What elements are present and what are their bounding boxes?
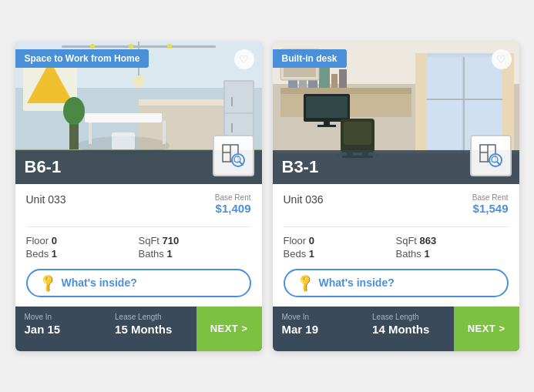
details-grid-2: Floor 0 SqFt 863 Beds 1 Baths 1 xyxy=(284,235,509,260)
next-button-2[interactable]: NEXT > xyxy=(454,307,519,351)
heart-icon-1[interactable]: ♡ xyxy=(234,49,254,69)
footer-info-2: Move In Mar 19 Lease Length 14 Months xyxy=(273,307,454,351)
svg-rect-9 xyxy=(89,121,92,144)
move-in-label-2: Move In xyxy=(282,313,354,321)
base-rent-label-2: Base Rent xyxy=(472,193,509,202)
floor-label-1: Floor xyxy=(26,235,49,246)
unit-label-1: Unit 033 xyxy=(26,193,66,206)
move-in-cell-1: Move In Jan 15 xyxy=(15,307,106,351)
svg-rect-18 xyxy=(225,82,253,112)
beds-label-2: Beds xyxy=(284,248,307,260)
floor-item-1: Floor 0 xyxy=(26,235,139,246)
beds-item-1: Beds 1 xyxy=(26,248,139,260)
lease-length-label-2: Lease Length xyxy=(372,313,445,321)
sqft-item-2: SqFt 863 xyxy=(396,235,509,246)
lease-length-cell-1: Lease Length 15 Months xyxy=(106,307,196,351)
floorplan-icon-2[interactable] xyxy=(470,135,512,176)
svg-rect-37 xyxy=(423,57,462,149)
tag-badge-2: Built-in desk xyxy=(273,49,347,68)
svg-point-16 xyxy=(133,75,145,88)
separator-1 xyxy=(26,226,251,227)
unit-rent-row-2: Unit 036 Base Rent $1,549 xyxy=(284,193,509,216)
card-body-1: Unit 033 Base Rent $1,409 Floor 0 SqFt 7… xyxy=(15,184,262,307)
svg-rect-21 xyxy=(231,123,233,132)
baths-value-1: 1 xyxy=(166,248,172,260)
unit-label-2: Unit 036 xyxy=(284,193,324,206)
key-icon-2: 🔑 xyxy=(294,272,316,293)
move-in-label-1: Move In xyxy=(25,313,97,321)
svg-rect-41 xyxy=(415,53,427,153)
baths-value-2: 1 xyxy=(424,248,429,260)
card-image-wrapper-1: Space to Work from Home ♡ B6-1 xyxy=(15,42,262,184)
whats-inside-label-2: What's inside? xyxy=(319,276,395,289)
apartment-card-2: Built-in desk ♡ B3-1 Unit 036 Base Rent xyxy=(273,42,519,351)
lease-length-value-1: 15 Months xyxy=(115,323,172,336)
floor-value-1: 0 xyxy=(52,235,57,246)
next-button-1[interactable]: NEXT > xyxy=(196,307,262,351)
beds-value-1: 1 xyxy=(52,248,57,260)
lease-length-cell-2: Lease Length 14 Months xyxy=(363,307,454,351)
rent-block-1: Base Rent $1,409 xyxy=(215,193,251,216)
floorplan-icon-1[interactable] xyxy=(213,135,254,176)
card-body-2: Unit 036 Base Rent $1,549 Floor 0 SqFt 8… xyxy=(273,184,519,307)
whats-inside-button-2[interactable]: 🔑 What's inside? xyxy=(284,269,509,297)
floor-label-2: Floor xyxy=(284,235,307,246)
svg-point-23 xyxy=(90,44,95,49)
svg-rect-48 xyxy=(319,68,330,88)
move-in-cell-2: Move In Mar 19 xyxy=(273,307,364,351)
sqft-item-1: SqFt 710 xyxy=(139,235,251,246)
svg-point-25 xyxy=(167,44,172,49)
details-grid-1: Floor 0 SqFt 710 Beds 1 Baths 1 xyxy=(26,235,251,260)
svg-rect-50 xyxy=(339,69,347,88)
svg-rect-20 xyxy=(231,97,233,106)
card-footer-2: Move In Mar 19 Lease Length 14 Months NE… xyxy=(273,307,519,351)
apartment-card-1: Space to Work from Home ♡ B6-1 Unit 033 xyxy=(15,42,262,351)
cards-container: Space to Work from Home ♡ B6-1 Unit 033 xyxy=(8,34,527,359)
svg-rect-54 xyxy=(317,125,336,127)
card-footer-1: Move In Jan 15 Lease Length 15 Months NE… xyxy=(15,307,262,351)
card-image-wrapper-2: Built-in desk ♡ B3-1 xyxy=(273,42,519,184)
svg-rect-22 xyxy=(62,45,216,48)
svg-point-24 xyxy=(129,44,133,49)
tag-badge-1: Space to Work from Home xyxy=(15,49,149,68)
svg-rect-12 xyxy=(112,132,135,149)
floor-item-2: Floor 0 xyxy=(284,235,396,246)
baths-label-1: Baths xyxy=(139,248,164,260)
move-in-value-1: Jan 15 xyxy=(25,323,61,336)
baths-item-2: Baths 1 xyxy=(396,248,509,260)
svg-rect-10 xyxy=(163,121,166,144)
beds-value-2: 1 xyxy=(309,248,314,260)
baths-item-1: Baths 1 xyxy=(139,248,251,260)
beds-label-1: Beds xyxy=(26,248,49,260)
beds-item-2: Beds 1 xyxy=(284,248,396,260)
sqft-label-2: SqFt xyxy=(396,235,417,246)
svg-rect-49 xyxy=(331,74,338,88)
unit-rent-row-1: Unit 033 Base Rent $1,409 xyxy=(26,193,251,216)
floor-value-2: 0 xyxy=(309,235,314,246)
svg-rect-57 xyxy=(344,122,371,145)
whats-inside-label-1: What's inside? xyxy=(62,276,137,289)
svg-rect-43 xyxy=(280,88,411,94)
base-rent-label-1: Base Rent xyxy=(215,193,251,202)
svg-rect-11 xyxy=(85,113,162,122)
whats-inside-button-1[interactable]: 🔑 What's inside? xyxy=(26,269,251,297)
svg-rect-52 xyxy=(306,96,348,118)
heart-icon-2[interactable]: ♡ xyxy=(492,49,512,69)
baths-label-2: Baths xyxy=(396,248,421,260)
separator-2 xyxy=(284,226,509,227)
rent-amount-1: $1,409 xyxy=(216,202,251,215)
move-in-value-2: Mar 19 xyxy=(282,323,319,336)
footer-info-1: Move In Jan 15 Lease Length 15 Months xyxy=(15,307,196,351)
key-icon-1: 🔑 xyxy=(37,272,59,293)
svg-point-14 xyxy=(63,97,85,125)
lease-length-label-1: Lease Length xyxy=(115,313,187,321)
sqft-label-1: SqFt xyxy=(139,235,160,246)
sqft-value-1: 710 xyxy=(163,235,180,246)
sqft-value-2: 863 xyxy=(420,235,437,246)
lease-length-value-2: 14 Months xyxy=(372,323,429,336)
rent-amount-2: $1,549 xyxy=(473,202,509,215)
rent-block-2: Base Rent $1,549 xyxy=(472,193,509,216)
